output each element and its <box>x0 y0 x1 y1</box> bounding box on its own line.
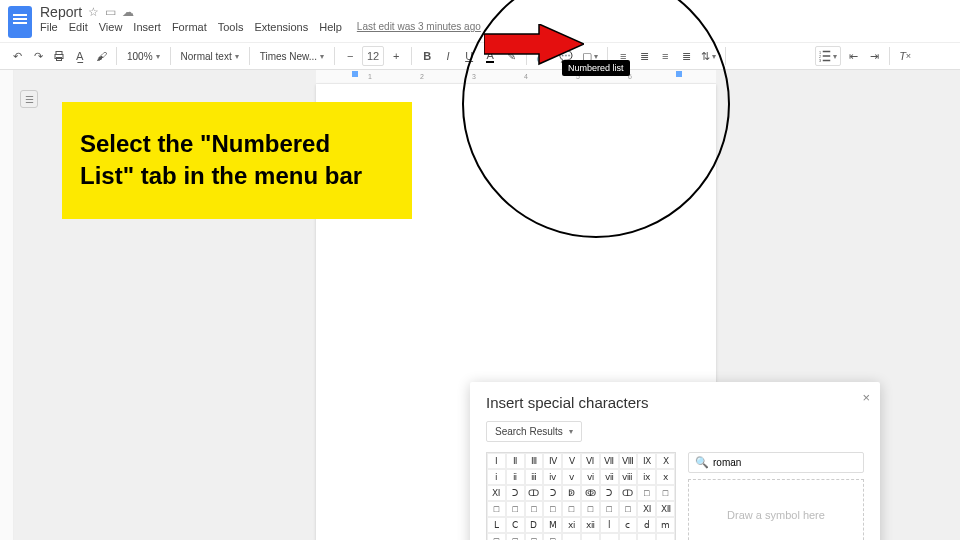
character-cell[interactable]: Ⅺ <box>637 501 656 517</box>
move-icon[interactable]: ▭ <box>105 5 116 19</box>
font-dropdown[interactable]: Times New... <box>256 51 328 62</box>
character-cell[interactable]: Ⅳ <box>543 453 562 469</box>
character-cell[interactable]: ⅵ <box>581 469 600 485</box>
character-cell[interactable]: Ⅼ <box>487 517 506 533</box>
character-cell[interactable]: □ <box>487 501 506 517</box>
character-cell[interactable]: Ↄ <box>600 485 619 501</box>
character-search-input[interactable] <box>713 457 857 468</box>
character-cell[interactable]: ⅱ <box>506 469 525 485</box>
redo-button[interactable]: ↷ <box>29 46 47 66</box>
character-cell[interactable]: Ⅶ <box>600 453 619 469</box>
outline-toggle-button[interactable]: ☰ <box>20 90 38 108</box>
character-cell[interactable]: □ <box>543 533 562 540</box>
character-cell[interactable]: ↀ <box>619 485 638 501</box>
character-cell[interactable]: ⅹ <box>656 469 675 485</box>
align-justify-button[interactable]: ≣ <box>677 46 695 66</box>
bold-button[interactable]: B <box>418 46 436 66</box>
menu-edit[interactable]: Edit <box>69 21 88 33</box>
character-search-field[interactable]: 🔍 <box>688 452 864 473</box>
character-cell[interactable]: □ <box>619 501 638 517</box>
character-cell[interactable]: Ⅸ <box>637 453 656 469</box>
character-cell[interactable]: Ⅱ <box>506 453 525 469</box>
align-right-button[interactable]: ≡ <box>656 46 674 66</box>
character-cell[interactable]: □ <box>525 501 544 517</box>
draw-symbol-area[interactable]: Draw a symbol here <box>688 479 864 540</box>
close-icon[interactable]: × <box>862 390 870 405</box>
character-cell[interactable]: □ <box>656 485 675 501</box>
character-cell[interactable]: Ⅽ <box>506 517 525 533</box>
line-spacing-button[interactable]: ⇅ <box>698 46 719 66</box>
menu-file[interactable]: File <box>40 21 58 33</box>
insert-link-button[interactable]: 🔗 <box>533 46 553 66</box>
underline-button[interactable]: U <box>460 46 478 66</box>
character-cell[interactable]: ⅺ <box>562 517 581 533</box>
character-cell[interactable]: □ <box>562 501 581 517</box>
docs-logo-icon[interactable] <box>8 6 32 38</box>
character-cell[interactable]: □ <box>506 533 525 540</box>
cloud-status-icon[interactable]: ☁ <box>122 5 134 19</box>
character-cell[interactable]: Ↄ <box>506 485 525 501</box>
menu-extensions[interactable]: Extensions <box>254 21 308 33</box>
styles-dropdown[interactable]: Normal text <box>177 51 243 62</box>
character-cell[interactable]: □ <box>600 501 619 517</box>
character-cell[interactable]: ⅸ <box>637 469 656 485</box>
character-cell[interactable]: Ⅺ <box>487 485 506 501</box>
character-cell[interactable]: Ⅲ <box>525 453 544 469</box>
character-cell[interactable]: ↀ <box>525 485 544 501</box>
character-cell[interactable]: □ <box>637 485 656 501</box>
character-cell[interactable]: Ⅷ <box>619 453 638 469</box>
character-cell[interactable]: Ⅾ <box>525 517 544 533</box>
paint-format-button[interactable]: 🖌 <box>92 46 110 66</box>
highlight-button[interactable]: ✎ <box>502 46 520 66</box>
font-size-decrease[interactable]: − <box>341 46 359 66</box>
decrease-indent-button[interactable]: ⇤ <box>844 46 862 66</box>
menu-help[interactable]: Help <box>319 21 342 33</box>
italic-button[interactable]: I <box>439 46 457 66</box>
character-cell[interactable]: Ⅹ <box>656 453 675 469</box>
clear-formatting-button[interactable]: T× <box>896 46 914 66</box>
category-dropdown[interactable]: Search Results <box>486 421 582 442</box>
character-cell[interactable]: ⅶ <box>600 469 619 485</box>
spellcheck-button[interactable]: A̲ <box>71 46 89 66</box>
character-cell[interactable]: ⅳ <box>543 469 562 485</box>
character-cell[interactable]: ⅰ <box>487 469 506 485</box>
character-cell[interactable]: □ <box>487 533 506 540</box>
doc-title[interactable]: Report <box>40 4 82 20</box>
character-cell[interactable]: Ⅻ <box>656 501 675 517</box>
character-cell[interactable]: ⅲ <box>525 469 544 485</box>
character-cell[interactable]: Ⅿ <box>543 517 562 533</box>
character-cell[interactable]: Ↄ <box>543 485 562 501</box>
star-icon[interactable]: ☆ <box>88 5 99 19</box>
menu-tools[interactable]: Tools <box>218 21 244 33</box>
last-edit-link[interactable]: Last edit was 3 minutes ago <box>357 21 481 33</box>
numbered-list-button[interactable]: 123 <box>815 46 841 66</box>
increase-indent-button[interactable]: ⇥ <box>865 46 883 66</box>
character-cell[interactable]: □ <box>506 501 525 517</box>
character-cell[interactable]: ⅻ <box>581 517 600 533</box>
menu-view[interactable]: View <box>99 21 123 33</box>
character-cell[interactable]: ⅿ <box>656 517 675 533</box>
menu-format[interactable]: Format <box>172 21 207 33</box>
print-button[interactable] <box>50 46 68 66</box>
font-size-field[interactable]: 12 <box>362 46 384 66</box>
character-cell[interactable]: Ⅴ <box>562 453 581 469</box>
undo-button[interactable]: ↶ <box>8 46 26 66</box>
character-cell[interactable]: ⅼ <box>600 517 619 533</box>
font-size-increase[interactable]: + <box>387 46 405 66</box>
character-cell[interactable]: □ <box>525 533 544 540</box>
character-cell[interactable]: Ⅰ <box>487 453 506 469</box>
character-cell[interactable]: Ⅵ <box>581 453 600 469</box>
character-cell[interactable]: ⅴ <box>562 469 581 485</box>
align-center-button[interactable]: ≣ <box>635 46 653 66</box>
character-cell[interactable]: ⅾ <box>637 517 656 533</box>
character-cell[interactable]: ↁ <box>562 485 581 501</box>
character-cell[interactable]: □ <box>543 501 562 517</box>
character-cell[interactable]: ⅷ <box>619 469 638 485</box>
zoom-dropdown[interactable]: 100% <box>123 51 164 62</box>
separator <box>249 47 250 65</box>
character-cell[interactable]: □ <box>581 501 600 517</box>
menu-insert[interactable]: Insert <box>133 21 161 33</box>
text-color-button[interactable]: A <box>481 46 499 66</box>
character-cell[interactable]: ↂ <box>581 485 600 501</box>
character-cell[interactable]: ⅽ <box>619 517 638 533</box>
